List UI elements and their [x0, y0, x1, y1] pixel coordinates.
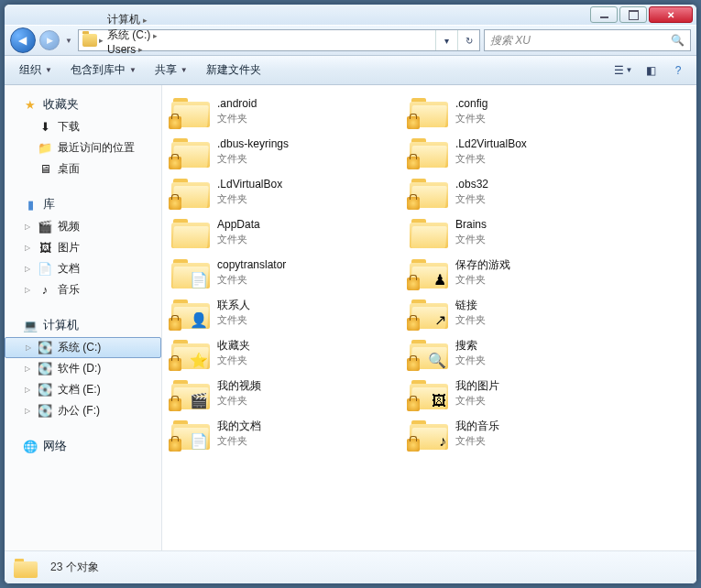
sidebar: ★ 收藏夹 ⬇下载📁最近访问的位置🖥桌面 ▮ 库 🎬视频🖼图片📄文档♪音乐 💻 … — [5, 85, 162, 550]
sidebar-item-label: 软件 (D:) — [58, 361, 101, 376]
folder-item[interactable]: .dbus-keyrings文件夹 — [166, 133, 386, 169]
video-icon: 🎬 — [38, 220, 52, 234]
chevron-right-icon: ▸ — [153, 31, 158, 40]
lock-icon — [169, 398, 181, 411]
folder-item[interactable]: AppData文件夹 — [166, 213, 386, 250]
sidebar-item[interactable]: 💽文档 (E:) — [5, 379, 161, 400]
lock-icon — [407, 116, 420, 129]
close-button[interactable] — [649, 6, 693, 23]
file-name: .Ld2VirtualBox — [455, 137, 527, 152]
view-options-button[interactable]: ☰ ▼ — [612, 60, 634, 81]
sidebar-item-label: 办公 (F:) — [58, 403, 100, 419]
downloads-icon: ⬇ — [38, 120, 52, 135]
sidebar-item[interactable]: 💽办公 (F:) — [5, 400, 161, 421]
lock-icon — [407, 318, 420, 331]
folder-icon: 🎬 — [171, 376, 210, 409]
file-name: 保存的游戏 — [455, 258, 510, 273]
sidebar-item[interactable]: 🖼图片 — [5, 237, 161, 258]
sidebar-item[interactable]: 🖥桌面 — [5, 158, 161, 180]
dropdown-button[interactable]: ▾ — [435, 30, 457, 50]
chevron-right-icon: ▸ — [143, 16, 148, 25]
folder-item[interactable]: ⭐收藏夹文件夹 — [166, 334, 386, 371]
lock-icon — [169, 157, 181, 169]
folder-item[interactable]: 🔍搜索文件夹 — [404, 334, 624, 371]
search-icon: 🔍 — [428, 352, 446, 369]
share-button[interactable]: 共享▼ — [148, 59, 195, 82]
file-content-area[interactable]: .android文件夹.dbus-keyrings文件夹.LdVirtualBo… — [162, 85, 696, 550]
star-icon: ⭐ — [190, 352, 208, 369]
folder-item[interactable]: .config文件夹 — [404, 93, 624, 129]
minimize-button[interactable] — [590, 6, 618, 23]
file-name: 搜索 — [455, 339, 486, 354]
computer-icon: 💻 — [23, 318, 38, 332]
folder-icon — [171, 135, 210, 168]
sidebar-favorites-header[interactable]: ★ 收藏夹 — [5, 93, 161, 116]
new-folder-button[interactable]: 新建文件夹 — [199, 59, 268, 82]
folder-item[interactable]: .obs32文件夹 — [404, 173, 624, 210]
file-name: 我的图片 — [455, 379, 499, 394]
drive-icon: 💽 — [38, 404, 52, 419]
maximize-button[interactable] — [619, 6, 647, 23]
folder-item[interactable]: ♟保存的游戏文件夹 — [404, 254, 624, 290]
explorer-window: ▸ 计算机 ▸系统 (C:) ▸Users ▸XU ▸ ▾ ↻ 搜索 XU 🔍 … — [4, 4, 697, 584]
include-in-library-button[interactable]: 包含到库中▼ — [63, 59, 144, 82]
link-icon: ↗ — [434, 311, 446, 329]
sidebar-item[interactable]: 🎬视频 — [5, 216, 161, 237]
folder-item[interactable]: 📄我的文档文件夹 — [166, 415, 386, 452]
sidebar-item[interactable]: 📁最近访问的位置 — [5, 137, 161, 158]
folder-item[interactable]: 📄copytranslator文件夹 — [166, 254, 386, 290]
file-type: 文件夹 — [217, 354, 250, 366]
preview-pane-button[interactable]: ◧ — [640, 60, 662, 81]
file-name: 联系人 — [217, 299, 250, 313]
sidebar-item[interactable]: ♪音乐 — [5, 279, 161, 300]
pic-icon: 🖼 — [38, 241, 52, 256]
folder-item[interactable]: .Ld2VirtualBox文件夹 — [404, 133, 624, 169]
sidebar-libraries-header[interactable]: ▮ 库 — [5, 192, 161, 216]
sidebar-network-header[interactable]: 🌐 网络 — [5, 434, 161, 458]
folder-item[interactable]: ♪我的音乐文件夹 — [404, 415, 624, 452]
folder-icon — [82, 34, 97, 47]
address-bar[interactable]: ▸ 计算机 ▸系统 (C:) ▸Users ▸XU ▸ ▾ ↻ — [78, 29, 480, 51]
folder-item[interactable]: ↗链接文件夹 — [404, 294, 624, 331]
folder-item[interactable]: 🖼我的图片文件夹 — [404, 375, 624, 411]
network-icon: 🌐 — [23, 439, 38, 453]
sidebar-item[interactable]: 📄文档 — [5, 258, 161, 279]
contact-icon: 👤 — [190, 311, 208, 329]
drive-icon: 💽 — [38, 341, 52, 355]
file-type: 文件夹 — [455, 313, 486, 326]
folder-item[interactable]: 🎬我的视频文件夹 — [166, 375, 386, 411]
help-button[interactable]: ? — [667, 60, 689, 81]
sidebar-item-label: 下载 — [58, 119, 80, 135]
breadcrumb-segment[interactable]: 系统 (C:) ▸ — [104, 27, 161, 43]
search-icon: 🔍 — [671, 34, 685, 47]
sidebar-computer-header[interactable]: 💻 计算机 — [5, 313, 161, 337]
sidebar-item[interactable]: 💽软件 (D:) — [5, 358, 161, 379]
file-name: .android — [217, 97, 257, 112]
sidebar-item[interactable]: ⬇下载 — [5, 116, 161, 137]
doc-icon: 📄 — [190, 271, 208, 289]
lock-icon — [169, 116, 181, 129]
lock-icon — [407, 358, 420, 371]
folder-item[interactable]: Brains文件夹 — [404, 213, 624, 250]
folder-item[interactable]: 👤联系人文件夹 — [166, 294, 386, 331]
refresh-button[interactable]: ↻ — [457, 30, 479, 50]
file-name: Brains — [455, 218, 487, 233]
search-input[interactable]: 搜索 XU 🔍 — [484, 29, 691, 51]
folder-item[interactable]: .android文件夹 — [166, 93, 386, 129]
search-placeholder: 搜索 XU — [490, 33, 531, 49]
breadcrumb-segment[interactable]: 计算机 ▸ — [104, 12, 161, 27]
history-dropdown[interactable] — [63, 30, 74, 50]
organize-button[interactable]: 组织▼ — [12, 59, 60, 82]
sidebar-item[interactable]: 💽系统 (C:) — [5, 337, 161, 358]
folder-item[interactable]: .LdVirtualBox文件夹 — [166, 173, 386, 210]
file-name: 我的视频 — [217, 379, 261, 394]
file-name: AppData — [217, 218, 260, 233]
lock-icon — [169, 439, 181, 452]
forward-button[interactable] — [39, 30, 60, 50]
folder-icon: ♟ — [410, 256, 448, 289]
back-button[interactable] — [10, 27, 36, 53]
folder-icon — [410, 135, 448, 168]
breadcrumb-segment[interactable]: Users ▸ — [104, 43, 161, 56]
sidebar-libraries-group: ▮ 库 🎬视频🖼图片📄文档♪音乐 — [5, 192, 161, 300]
folder-icon — [171, 175, 210, 208]
